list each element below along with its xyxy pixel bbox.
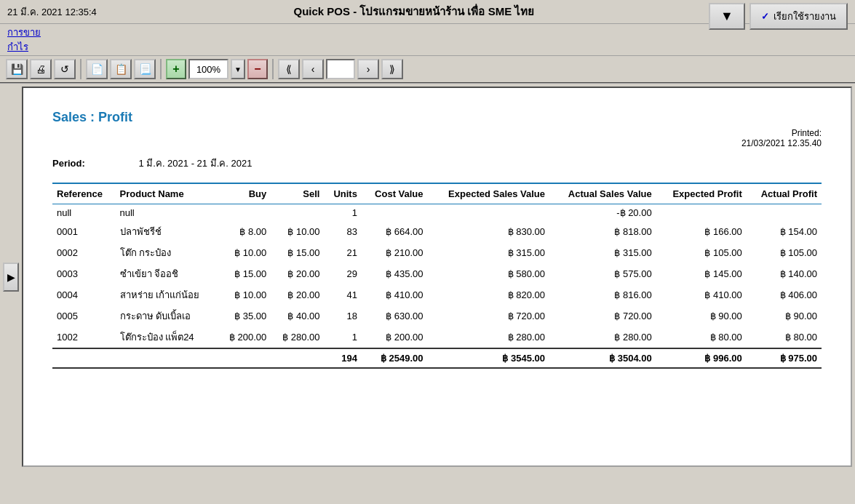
report-table: Reference Product Name Buy Sell Units Co… bbox=[52, 183, 822, 369]
datetime: 21 มี.ค. 2021 12:35:4 bbox=[7, 4, 97, 20]
col-expected-sales: Expected Sales Value bbox=[428, 183, 550, 204]
nav-last-button[interactable]: ⟫ bbox=[381, 59, 403, 79]
total-actual-profit: ฿ 975.00 bbox=[747, 348, 822, 368]
call-report-button[interactable]: ✓ ✓ เรียกใช้รายงาน เรียกใช้รายงาน bbox=[749, 3, 848, 30]
printed-date: 21/03/2021 12.35.40 bbox=[741, 138, 822, 148]
app-title: Quick POS - โปรแกรมขายหน้าร้าน เพื่อ SME… bbox=[293, 3, 534, 20]
printed-label: Printed: bbox=[792, 128, 822, 138]
refresh-button[interactable]: ↺ bbox=[54, 59, 76, 79]
total-units: 194 bbox=[324, 348, 361, 368]
col-buy: Buy bbox=[218, 183, 271, 204]
page-btn-3[interactable]: 📃 bbox=[134, 59, 156, 79]
nav-prev-button[interactable]: ‹ bbox=[302, 59, 324, 79]
check-icon: ✓ bbox=[761, 11, 769, 22]
page-icon-3: 📃 bbox=[139, 63, 151, 75]
page-number-input[interactable] bbox=[326, 59, 355, 79]
table-row: 0001ปลาพัชรีช์฿ 8.00฿ 10.0083฿ 664.00฿ 8… bbox=[52, 221, 822, 242]
save-icon: 💾 bbox=[11, 63, 23, 75]
toolbar-separator-2 bbox=[160, 59, 162, 79]
total-expected-profit: ฿ 996.00 bbox=[656, 348, 747, 368]
print-button[interactable]: 🖨 bbox=[30, 59, 52, 79]
left-arrow-button[interactable]: ▶ bbox=[3, 263, 19, 292]
period-row: Period: 1 มี.ค. 2021 - 21 มี.ค. 2021 bbox=[52, 156, 822, 171]
refresh-icon: ↺ bbox=[60, 63, 69, 75]
left-arrow-icon: ▶ bbox=[7, 271, 15, 283]
col-units: Units bbox=[324, 183, 361, 204]
table-row: 1002โต๊กระป๋อง แพ็ต24฿ 200.00฿ 280.001฿ … bbox=[52, 327, 822, 348]
print-icon: 🖨 bbox=[36, 63, 46, 75]
col-reference: Reference bbox=[52, 183, 116, 204]
total-expected-sales: ฿ 3545.00 bbox=[428, 348, 550, 368]
table-row: 0004สาหร่าย เก้าแก่น้อย฿ 10.00฿ 20.0041฿… bbox=[52, 284, 822, 305]
menu-item-profit[interactable]: กำไร bbox=[7, 40, 840, 55]
period-label: Period: bbox=[52, 158, 85, 169]
table-row: 0005กระดาษ ดับเบิ้ลเอ฿ 35.00฿ 40.0018฿ 6… bbox=[52, 305, 822, 327]
zoom-input[interactable] bbox=[188, 59, 228, 79]
total-cost-value: ฿ 2549.00 bbox=[362, 348, 428, 368]
col-sell: Sell bbox=[271, 183, 324, 204]
toolbar-separator-1 bbox=[80, 59, 81, 79]
save-button[interactable]: 💾 bbox=[6, 59, 28, 79]
page-btn-2[interactable]: 📋 bbox=[110, 59, 132, 79]
page-icon-2: 📋 bbox=[115, 63, 127, 75]
dropdown-button[interactable]: ▼ bbox=[709, 3, 745, 30]
nav-first-button[interactable]: ⟪ bbox=[278, 59, 300, 79]
col-cost-value: Cost Value bbox=[362, 183, 428, 204]
printed-info: Printed: 21/03/2021 12.35.40 bbox=[741, 128, 822, 148]
period-value: 1 มี.ค. 2021 - 21 มี.ค. 2021 bbox=[138, 158, 252, 169]
page-icon-1: 📄 bbox=[91, 63, 103, 75]
col-product-name: Product Name bbox=[116, 183, 218, 204]
total-actual-sales: ฿ 3504.00 bbox=[549, 348, 656, 368]
table-row: 0003ซำเข้ยา จีออชิ฿ 15.00฿ 20.0029฿ 435.… bbox=[52, 263, 822, 284]
table-row: 0002โต๊ก กระป๋อง฿ 10.00฿ 15.0021฿ 210.00… bbox=[52, 242, 822, 263]
col-actual-profit: Actual Profit bbox=[747, 183, 822, 204]
col-expected-profit: Expected Profit bbox=[656, 183, 747, 204]
total-label bbox=[52, 348, 324, 368]
page-btn-1[interactable]: 📄 bbox=[86, 59, 108, 79]
table-row: nullnull1-฿ 20.00 bbox=[52, 204, 822, 222]
zoom-dropdown-button[interactable]: ▼ bbox=[231, 59, 245, 79]
zoom-plus-button[interactable]: + bbox=[166, 59, 186, 79]
nav-next-button[interactable]: › bbox=[357, 59, 379, 79]
report-title: Sales : Profit bbox=[52, 110, 822, 125]
zoom-minus-button[interactable]: − bbox=[247, 59, 268, 79]
toolbar-separator-3 bbox=[272, 59, 274, 79]
chevron-down-icon: ▼ bbox=[720, 9, 733, 24]
call-report-label: เรียกใช้รายงาน bbox=[774, 9, 836, 24]
col-actual-sales: Actual Sales Value bbox=[549, 183, 656, 204]
